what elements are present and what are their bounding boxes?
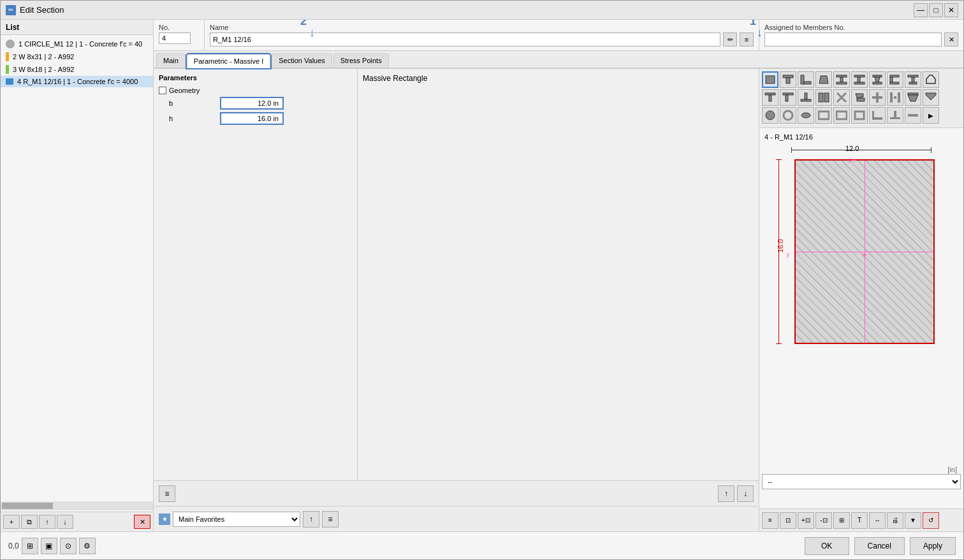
list-item[interactable]: 2 W 8x31 | 2 - A992: [1, 50, 153, 63]
edit-name-button[interactable]: ✏: [723, 32, 737, 47]
name-section: Name ✏ ≡: [205, 20, 759, 50]
horizontal-scrollbar[interactable]: [1, 501, 153, 510]
favorites-manage-button[interactable]: ≡: [322, 511, 339, 528]
tab-stress-points[interactable]: Stress Points: [333, 54, 389, 68]
shape-circle-hollow[interactable]: [780, 107, 796, 124]
favorites-save-button[interactable]: ↑: [303, 511, 319, 528]
shape-massive-rect[interactable]: [762, 71, 778, 88]
minimize-button[interactable]: —: [914, 3, 928, 17]
zoom-in-button[interactable]: +⊡: [798, 512, 814, 529]
export-section-button[interactable]: ↓: [57, 515, 73, 529]
list-item[interactable]: 3 W 8x18 | 2 - A992: [1, 63, 153, 76]
list-item-icon-circle: [6, 39, 15, 48]
shape-rect-hollow3[interactable]: [851, 107, 868, 124]
shape-t-sym[interactable]: [762, 89, 778, 106]
details-button[interactable]: ≡: [159, 485, 175, 502]
delete-section-button[interactable]: ✕: [134, 515, 150, 529]
shape-tapered[interactable]: [923, 89, 939, 106]
print-arrow-button[interactable]: ▼: [905, 512, 921, 529]
shape-hat[interactable]: [923, 71, 939, 88]
reset-view-button[interactable]: ↺: [923, 512, 939, 529]
shape-flat[interactable]: [905, 107, 921, 124]
shape-t-thin[interactable]: [887, 107, 903, 124]
section-prop-button[interactable]: ≡: [762, 512, 778, 529]
add-section-button[interactable]: +: [3, 515, 20, 529]
assigned-input-row: ✕: [764, 32, 958, 47]
shape-i-beam3[interactable]: [869, 71, 886, 88]
display-select[interactable]: --: [762, 474, 961, 489]
assigned-section: Assigned to Members No. ✕: [759, 20, 963, 50]
list-item-icon-ibeam1: [6, 52, 9, 61]
preview-panel: Massive Rectangle: [358, 69, 759, 480]
print-button[interactable]: 🖨: [887, 512, 903, 529]
svg-rect-4: [804, 82, 811, 84]
footer-snap-button[interactable]: ▣: [41, 538, 57, 554]
footer-grid-button[interactable]: ⊞: [22, 538, 38, 554]
import-button[interactable]: ↑: [718, 485, 734, 502]
param-b-input[interactable]: [220, 97, 284, 110]
shape-i-beam1[interactable]: [833, 71, 850, 88]
shape-t-section[interactable]: [780, 71, 796, 88]
shape-ellipse[interactable]: [798, 107, 814, 124]
svg-marker-46: [855, 111, 864, 119]
footer-settings-button[interactable]: ⚙: [79, 538, 96, 554]
cancel-button[interactable]: Cancel: [854, 537, 905, 555]
geometry-checkbox[interactable]: [159, 87, 166, 94]
zoom-window-button[interactable]: ⊡: [780, 512, 796, 529]
shape-crane[interactable]: [905, 89, 921, 106]
zoom-out-button[interactable]: -⊡: [815, 512, 832, 529]
section-name-input[interactable]: [210, 32, 720, 47]
shape-inv-t[interactable]: [798, 89, 814, 106]
main-rect-shape: +: [794, 159, 935, 344]
section-display: 4 - R_M1 12/16 12.0: [759, 128, 963, 508]
tab-parametric[interactable]: Parametric - Massive I: [187, 54, 270, 68]
shape-t-asym[interactable]: [780, 89, 796, 106]
footer-view-button[interactable]: ⊙: [60, 538, 77, 554]
shape-rect-hollow1[interactable]: [815, 107, 832, 124]
ok-button[interactable]: OK: [805, 537, 849, 555]
assigned-members-input[interactable]: [764, 32, 942, 47]
tabs-container: Main Parametric - Massive I Section Valu…: [154, 51, 963, 68]
list-items: 1 CIRCLE_M1 12 | 1 - Concrete f'c = 40 2…: [1, 35, 153, 500]
close-button[interactable]: ✕: [944, 3, 958, 17]
tab-section-values[interactable]: Section Values: [272, 54, 332, 68]
svg-point-42: [784, 111, 792, 120]
shape-l-thin[interactable]: [869, 107, 886, 124]
list-item-icon-rect: [6, 78, 13, 85]
export-button[interactable]: ↓: [737, 485, 754, 502]
shape-h-section[interactable]: [887, 89, 903, 106]
shape-more[interactable]: ▶: [923, 107, 939, 124]
shape-channel[interactable]: [887, 71, 903, 88]
shape-l-section[interactable]: [798, 71, 814, 88]
dimension-button[interactable]: ↔: [869, 512, 886, 529]
favorites-row: ★ Main Favorites ↑ ≡: [154, 506, 759, 531]
text-tool-button[interactable]: T: [851, 512, 868, 529]
favorites-select[interactable]: Main Favorites: [173, 512, 300, 527]
maximize-button[interactable]: □: [929, 3, 943, 17]
apply-button[interactable]: Apply: [910, 537, 956, 555]
shape-x-section[interactable]: [833, 89, 850, 106]
list-item[interactable]: 4 R_M1 12/16 | 1 - Concrete f'c = 4000: [1, 76, 153, 87]
clear-assigned-button[interactable]: ✕: [944, 32, 958, 47]
tab-main[interactable]: Main: [156, 54, 186, 68]
svg-rect-51: [908, 114, 918, 117]
svg-rect-50: [890, 117, 900, 119]
section-db-button[interactable]: ≡: [740, 32, 754, 47]
import-section-button[interactable]: ↑: [39, 515, 55, 529]
zoom-all-button[interactable]: ⊞: [833, 512, 850, 529]
shape-circle-full[interactable]: [762, 107, 778, 124]
shape-cross[interactable]: [869, 89, 886, 106]
shape-asymm-i[interactable]: [905, 71, 921, 88]
shape-toolbar-container: ▶: [759, 69, 963, 128]
param-h-input[interactable]: [220, 112, 284, 125]
copy-section-button[interactable]: ⧉: [21, 515, 38, 529]
list-item[interactable]: 1 CIRCLE_M1 12 | 1 - Concrete f'c = 40: [1, 38, 153, 50]
shape-z-section[interactable]: [851, 89, 868, 106]
y-axis-label: y: [786, 250, 790, 258]
shape-trapezoid[interactable]: [815, 71, 832, 88]
section-number-input[interactable]: [159, 32, 191, 44]
scroll-thumb[interactable]: [2, 503, 53, 509]
shape-double-t[interactable]: [815, 89, 832, 106]
shape-i-beam2[interactable]: [851, 71, 868, 88]
shape-rect-hollow2[interactable]: [833, 107, 850, 124]
